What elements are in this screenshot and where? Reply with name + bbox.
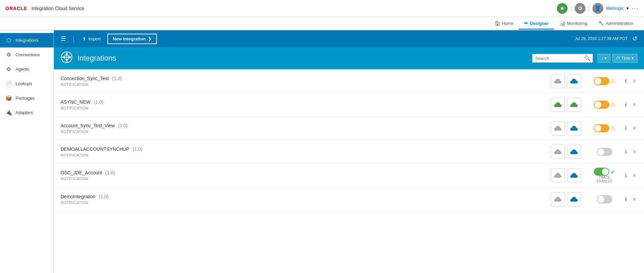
new-integration-arrow-icon: ❯ [148, 36, 151, 41]
more-button[interactable]: ··· [632, 5, 639, 12]
integration-type: Notification [61, 130, 551, 134]
integration-version: (1.0) [118, 123, 128, 128]
sidebar-label-packages: Packages [15, 96, 35, 101]
nav-item-administration[interactable]: 🔧 Administration [593, 18, 639, 30]
lookups-sidebar-icon: 📄 [5, 80, 12, 87]
monitoring-icon: 📊 [560, 21, 565, 26]
source-cloud-icon [551, 121, 565, 135]
import-button[interactable]: ⬆ Import [78, 34, 105, 43]
sidebar-item-agents[interactable]: ⚙ Agents [0, 62, 54, 76]
nav-label-monitoring: Monitoring [567, 21, 587, 26]
source-cloud-icon [551, 168, 565, 182]
integration-name: ASYNC_NEW (1.0) [61, 99, 551, 105]
action-icons: ℹ ≡ [623, 124, 637, 133]
integration-type: Notification [61, 177, 551, 181]
new-integration-label: New Integration [113, 36, 146, 41]
info-button[interactable]: ℹ [623, 147, 628, 156]
sidebar-label-integrations: Integrations [15, 38, 38, 43]
integrations-logo-icon [61, 51, 73, 65]
home-icon: 🏠 [495, 21, 500, 26]
adapters-sidebar-icon: 🔌 [5, 109, 12, 116]
toggle-area [591, 148, 618, 156]
sidebar: ⬡ Integrations ⚙ Connections ⚙ Agents 📄 … [0, 30, 54, 273]
sort-icon: ↕ [601, 56, 603, 61]
toggle-area: ⚠ [591, 101, 618, 109]
sidebar-label-connections: Connections [15, 52, 40, 57]
search-box: 🔍 [532, 54, 593, 63]
target-cloud-icon [567, 192, 581, 206]
trace-enabled-label: TRACE ENABLED [591, 176, 618, 183]
nav-item-home[interactable]: 🏠 Home [489, 18, 519, 30]
svg-point-4 [69, 56, 71, 58]
integration-toggle[interactable] [597, 148, 612, 156]
sidebar-item-lookups[interactable]: 📄 Lookups [0, 76, 54, 91]
sidebar-item-packages[interactable]: 📦 Packages [0, 91, 54, 105]
settings-icon-btn[interactable]: ⚙ [575, 3, 585, 14]
toggle-with-label: ⚠ [594, 77, 615, 85]
nav-item-designer[interactable]: ✏ Designer [519, 18, 554, 30]
toggle-with-label [597, 195, 612, 203]
integration-type: Notification [61, 153, 551, 157]
integration-info: DemoIntegration (1.0) Notification [61, 194, 551, 205]
integration-info: ASYNC_NEW (1.0) Notification [61, 99, 551, 110]
sort-filter-button[interactable]: ↕ ▾ [598, 54, 610, 63]
sidebar-item-connections[interactable]: ⚙ Connections [0, 47, 54, 62]
time-filter-button[interactable]: ⏱ Time ▾ [612, 54, 637, 63]
filter-buttons: ↕ ▾ ⏱ Time ▾ [598, 54, 637, 63]
time-icon: ⏱ [616, 56, 620, 61]
info-button[interactable]: ℹ [623, 171, 628, 180]
integration-toggle[interactable] [597, 195, 612, 203]
app-title: Integration Cloud Service [31, 6, 84, 11]
menu-button[interactable]: ≡ [632, 77, 637, 86]
integration-toggle[interactable] [594, 124, 609, 132]
toggle-area [591, 195, 618, 203]
toggle-area: ⚠ [591, 124, 618, 132]
info-button[interactable]: ℹ [623, 76, 628, 86]
toggle-with-label [597, 148, 612, 156]
new-integration-button[interactable]: New Integration ❯ [107, 34, 157, 44]
info-button[interactable]: ℹ [623, 124, 628, 133]
menu-button[interactable]: ≡ [632, 171, 637, 180]
info-button[interactable]: ℹ [623, 100, 628, 109]
nav-item-monitoring[interactable]: 📊 Monitoring [554, 18, 593, 30]
timestamp-area: Jul 29, 2016 1:27:39 AM PDT ↺ [575, 34, 640, 44]
menu-button[interactable]: ≡ [632, 195, 637, 204]
target-cloud-icon [567, 121, 581, 135]
integration-icons [551, 145, 581, 159]
integration-name: DEMOALLACCOUNTSYNCHUP (1.0) [61, 146, 551, 152]
integration-version: (1.0) [94, 99, 104, 105]
search-icon-button[interactable]: 🔍 [584, 56, 590, 61]
info-button[interactable]: ℹ [623, 195, 628, 204]
agents-sidebar-icon: ⚙ [5, 66, 12, 72]
notification-icon-btn[interactable]: ★ [557, 3, 568, 14]
integration-toggle[interactable] [594, 101, 609, 109]
check-icon: ✔ [611, 169, 615, 175]
search-input[interactable] [535, 56, 582, 61]
toolbar-sep: | [73, 35, 74, 43]
nav-label-home: Home [502, 21, 514, 26]
integration-icons [551, 74, 581, 88]
menu-button[interactable]: ≡ [632, 147, 637, 156]
user-icon-btn[interactable]: 👤 [592, 3, 603, 14]
import-icon: ⬆ [82, 36, 86, 41]
refresh-button[interactable]: ↺ [630, 34, 640, 44]
menu-button[interactable]: ≡ [632, 124, 637, 133]
menu-button[interactable]: ≡ [632, 100, 637, 109]
integration-info: Account_Sync_Test_View (1.0) Notificatio… [61, 123, 551, 134]
content-area: ☰ | ⬆ Import New Integration ❯ Jul 29, 2… [54, 30, 644, 273]
integration-name: OSC_JDE_Account (1.0) [61, 170, 551, 175]
sidebar-toggle-button[interactable]: ☰ [58, 34, 69, 44]
action-icons: ℹ ≡ [623, 147, 637, 156]
nav-bar: 🏠 Home ✏ Designer 📊 Monitoring 🔧 Adminis… [0, 17, 644, 30]
integration-info: Connection_Sync_Test (1.0) Notification [61, 76, 551, 87]
toggle-with-label: ⚠ [594, 124, 615, 132]
divider2: | [588, 5, 590, 12]
integration-type: Notification [61, 106, 551, 110]
integration-toggle[interactable] [594, 168, 609, 176]
integration-toggle[interactable] [594, 77, 609, 85]
sidebar-item-adapters[interactable]: 🔌 Adapters [0, 105, 54, 120]
sidebar-item-integrations[interactable]: ⬡ Integrations [0, 33, 54, 47]
user-label[interactable]: Weblogic [606, 6, 624, 11]
integration-name: Connection_Sync_Test (1.0) [61, 76, 551, 81]
action-icons: ℹ ≡ [623, 100, 637, 109]
